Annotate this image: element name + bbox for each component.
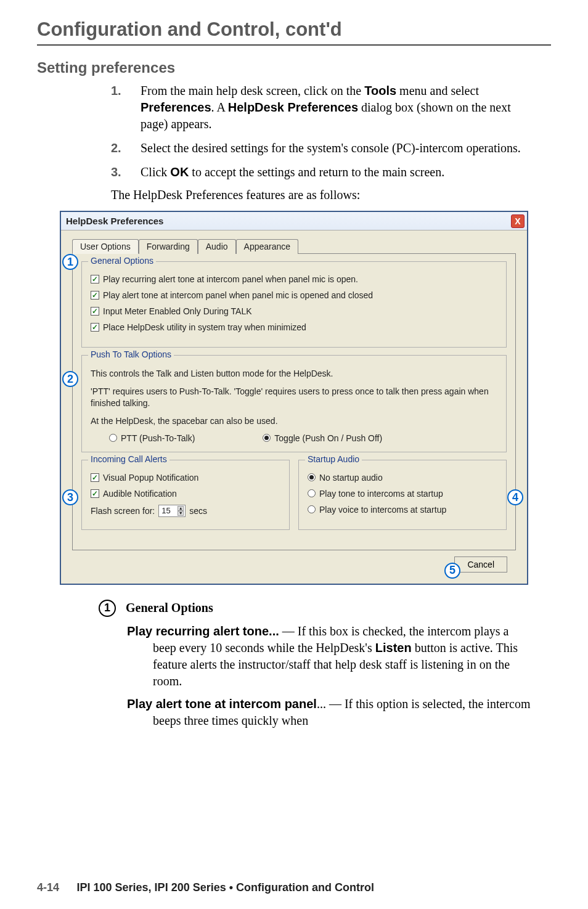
spinner-value: 15 bbox=[161, 506, 170, 515]
check-visual-popup[interactable]: ✓ Visual Popup Notification bbox=[91, 473, 280, 483]
text: . A bbox=[211, 100, 228, 114]
incoming-alerts-group: Incoming Call Alerts ✓ Visual Popup Noti… bbox=[81, 460, 290, 530]
callout-3: 3 bbox=[62, 489, 78, 505]
item-lead: Play recurring alert tone... bbox=[127, 624, 279, 638]
text: to accept the settings and return to the… bbox=[189, 165, 444, 179]
steps-list: 1. From the main help desk screen, click… bbox=[111, 83, 539, 181]
checkbox-icon[interactable]: ✓ bbox=[91, 275, 99, 283]
checkbox-label: Place HelpDesk utility in system tray wh… bbox=[103, 322, 306, 332]
check-audible[interactable]: ✓ Audible Notification bbox=[91, 489, 280, 499]
flash-screen-row: Flash screen for: 15 ▲ ▼ secs bbox=[91, 505, 280, 517]
step-2: 2. Select the desired settings for the s… bbox=[111, 140, 539, 157]
step-num: 3. bbox=[111, 164, 141, 181]
radio-ptt[interactable]: PTT (Push-To-Talk) bbox=[109, 433, 195, 443]
radio-icon[interactable] bbox=[308, 473, 316, 481]
bold: Preferences bbox=[141, 100, 211, 114]
callout-1: 1 bbox=[62, 254, 78, 270]
footer-text: IPI 100 Series, IPI 200 Series • Configu… bbox=[77, 881, 374, 894]
ptt-text1: This controls the Talk and Listen button… bbox=[91, 368, 497, 380]
text: From the main help desk screen, click on… bbox=[141, 84, 364, 97]
radio-play-voice[interactable]: Play voice to intercoms at startup bbox=[308, 505, 497, 515]
checkbox-icon[interactable]: ✓ bbox=[91, 323, 99, 332]
title-bar: HelpDesk Preferences X bbox=[61, 212, 527, 230]
dialog-screenshot: 1 2 3 4 5 HelpDesk Preferences X User Op… bbox=[60, 211, 528, 585]
radio-label: Toggle (Push On / Push Off) bbox=[274, 433, 382, 443]
secs-label: secs bbox=[189, 506, 207, 516]
bold: Tools bbox=[364, 84, 396, 97]
step-body: Select the desired settings for the syst… bbox=[141, 140, 539, 157]
radio-icon[interactable] bbox=[109, 434, 117, 442]
checkbox-label: Audible Notification bbox=[103, 489, 177, 499]
callout-4: 4 bbox=[507, 489, 523, 505]
check-recurring-alert[interactable]: ✓ Play recurring alert tone at intercom … bbox=[91, 274, 497, 284]
heading-rule bbox=[37, 44, 551, 46]
flash-label: Flash screen for: bbox=[91, 506, 155, 516]
checkbox-icon[interactable]: ✓ bbox=[91, 291, 99, 300]
cancel-button[interactable]: Cancel bbox=[454, 556, 507, 573]
spinner-down-icon[interactable]: ▼ bbox=[178, 511, 184, 516]
spinner-up-icon[interactable]: ▲ bbox=[178, 506, 184, 511]
groupbox-title: General Options bbox=[88, 256, 156, 266]
check-input-meter[interactable]: ✓ Input Meter Enabled Only During TALK bbox=[91, 306, 497, 316]
legend-item-1: Play recurring alert tone... — If this b… bbox=[127, 623, 533, 690]
groupbox-title: Incoming Call Alerts bbox=[88, 454, 169, 464]
page-footer: 4-14 IPI 100 Series, IPI 200 Series • Co… bbox=[37, 881, 374, 894]
check-system-tray[interactable]: ✓ Place HelpDesk utility in system tray … bbox=[91, 322, 497, 332]
lead-in-text: The HelpDesk Preferences features are as… bbox=[111, 188, 551, 202]
legend-number-circle: 1 bbox=[99, 600, 116, 617]
checkbox-icon[interactable]: ✓ bbox=[91, 489, 99, 498]
legend-item-2: Play alert tone at intercom panel... — I… bbox=[127, 696, 533, 729]
step-num: 2. bbox=[111, 140, 141, 157]
legend-head: 1 General Options bbox=[99, 600, 533, 617]
bottom-groups: Incoming Call Alerts ✓ Visual Popup Noti… bbox=[81, 460, 507, 537]
dialog-body: User Options Forwarding Audio Appearance… bbox=[61, 230, 527, 584]
checkbox-label: Visual Popup Notification bbox=[103, 473, 198, 483]
radio-no-startup[interactable]: No startup audio bbox=[308, 473, 497, 483]
checkbox-icon[interactable]: ✓ bbox=[91, 473, 99, 482]
radio-label: PTT (Push-To-Talk) bbox=[121, 433, 195, 443]
radio-icon[interactable] bbox=[308, 489, 316, 497]
groupbox-title: Startup Audio bbox=[305, 454, 362, 464]
flash-spinner[interactable]: 15 ▲ ▼ bbox=[158, 505, 186, 517]
ptt-text2: 'PTT' requires users to Push-To-Talk. 'T… bbox=[91, 386, 497, 409]
spinner-buttons[interactable]: ▲ ▼ bbox=[178, 506, 184, 516]
ptt-radio-row: PTT (Push-To-Talk) Toggle (Push On / Pus… bbox=[91, 433, 497, 443]
step-body: From the main help desk screen, click on… bbox=[141, 83, 539, 132]
groupbox-title: Push To Talk Options bbox=[88, 349, 174, 359]
helpdesk-preferences-dialog: HelpDesk Preferences X User Options Forw… bbox=[60, 211, 528, 585]
radio-play-tone[interactable]: Play tone to intercoms at startup bbox=[308, 489, 497, 499]
checkbox-label: Play recurring alert tone at intercom pa… bbox=[103, 274, 358, 284]
step-3: 3. Click OK to accept the settings and r… bbox=[111, 164, 539, 181]
tab-appearance[interactable]: Appearance bbox=[236, 239, 299, 254]
check-alert-open-closed[interactable]: ✓ Play alert tone at intercom panel when… bbox=[91, 290, 497, 300]
item-lead: Play alert tone at intercom panel bbox=[127, 697, 317, 711]
checkbox-label: Input Meter Enabled Only During TALK bbox=[103, 306, 252, 316]
radio-label: Play tone to intercoms at startup bbox=[319, 489, 443, 499]
legend-title: General Options bbox=[126, 601, 213, 615]
legend-section: 1 General Options Play recurring alert t… bbox=[99, 600, 533, 729]
callout-2: 2 bbox=[62, 371, 78, 387]
tab-audio[interactable]: Audio bbox=[198, 239, 236, 254]
radio-icon[interactable] bbox=[263, 434, 271, 442]
checkbox-label: Play alert tone at intercom panel when p… bbox=[103, 290, 373, 300]
text: Click bbox=[141, 165, 170, 179]
tab-forwarding[interactable]: Forwarding bbox=[139, 239, 198, 254]
bold: HelpDesk Preferences bbox=[228, 100, 358, 114]
ptt-options-group: Push To Talk Options This controls the T… bbox=[81, 355, 507, 452]
checkbox-icon[interactable]: ✓ bbox=[91, 307, 99, 316]
tabs: User Options Forwarding Audio Appearance bbox=[72, 239, 516, 254]
close-button[interactable]: X bbox=[511, 214, 525, 228]
bold: OK bbox=[170, 165, 189, 179]
dialog-title: HelpDesk Preferences bbox=[66, 216, 163, 226]
startup-audio-group: Startup Audio No startup audio Play tone… bbox=[298, 460, 507, 530]
page-number: 4-14 bbox=[37, 881, 59, 894]
tab-user-options[interactable]: User Options bbox=[72, 239, 139, 254]
radio-toggle[interactable]: Toggle (Push On / Push Off) bbox=[263, 433, 382, 443]
callout-5: 5 bbox=[444, 563, 460, 579]
text: menu and select bbox=[396, 84, 479, 97]
tab-panel: General Options ✓ Play recurring alert t… bbox=[72, 253, 516, 550]
radio-icon[interactable] bbox=[308, 505, 316, 513]
section-heading: Setting preferences bbox=[37, 59, 551, 76]
radio-label: No startup audio bbox=[319, 473, 383, 483]
radio-label: Play voice to intercoms at startup bbox=[319, 505, 446, 515]
